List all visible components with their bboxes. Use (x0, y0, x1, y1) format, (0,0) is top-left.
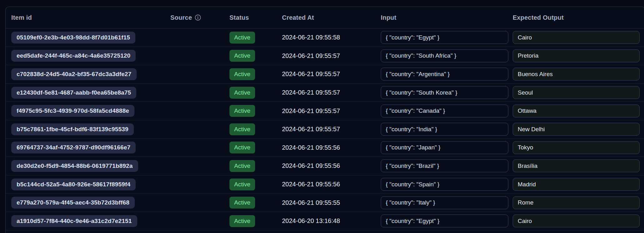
expected-output-box[interactable]: Ottawa (513, 105, 640, 117)
expected-output-box[interactable]: Buenos Aires (513, 68, 640, 80)
status-cell: Active (229, 32, 282, 44)
column-header-label: Expected Output (513, 14, 564, 21)
created-at-cell: 2024-06-20 13:16:48 (282, 217, 381, 225)
created-at-cell: 2024-06-21 09:55:57 (282, 126, 381, 133)
item-id-badge[interactable]: c702838d-24d5-40a2-bf35-67dc3a3dfe27 (11, 68, 137, 80)
table-row[interactable]: e12430df-5e81-4687-aabb-f0ea65be8a75Acti… (6, 84, 644, 102)
created-at-value: 2024-06-21 09:55:58 (282, 34, 340, 41)
created-at-cell: 2024-06-21 09:55:58 (282, 34, 381, 41)
created-at-value: 2024-06-21 09:55:57 (282, 52, 340, 60)
column-header-label: Input (381, 14, 396, 21)
status-cell: Active (229, 50, 282, 62)
created-at-cell: 2024-06-21 09:55:57 (282, 52, 381, 60)
created-at-value: 2024-06-21 09:55:57 (282, 89, 340, 96)
input-cell: { "country": "India" } (381, 123, 513, 136)
input-cell: { "country": "Italy" } (381, 196, 513, 209)
expected-output-box[interactable]: Cairo (513, 215, 640, 227)
input-box[interactable]: { "country": "Italy" } (381, 196, 508, 209)
status-badge: Active (229, 142, 255, 153)
expected-output-box[interactable]: Madrid (513, 178, 640, 191)
table-row[interactable]: f4975c95-5fc3-4939-970d-58fa5cd4888eActi… (6, 102, 644, 120)
item-id-badge[interactable]: 69764737-34af-4752-9787-d90df96166e7 (11, 142, 136, 153)
item-id-cell: c702838d-24d5-40a2-bf35-67dc3a3dfe27 (11, 68, 170, 80)
status-cell: Active (229, 123, 282, 135)
status-cell: Active (229, 160, 282, 172)
input-box[interactable]: { "country": "Canada" } (381, 105, 508, 117)
created-at-value: 2024-06-20 13:16:48 (282, 217, 340, 225)
expected-output-box[interactable]: Brasília (513, 159, 640, 172)
created-at-cell: 2024-06-21 09:55:56 (282, 144, 381, 151)
expected-output-cell: Brasília (513, 159, 640, 172)
input-cell: { "country": "Canada" } (381, 105, 513, 117)
created-at-value: 2024-06-21 09:55:57 (282, 126, 340, 133)
item-id-badge[interactable]: de30d2e0-f5d9-4854-88b6-0619771b892a (11, 160, 138, 172)
input-cell: { "country": "Japan" } (381, 141, 513, 154)
table-row[interactable]: 05109ef0-2e3b-4e03-98dd-8f7d01b61f15Acti… (6, 28, 644, 47)
created-at-value: 2024-06-21 09:55:57 (282, 70, 340, 78)
input-cell: { "country": "South Korea" } (381, 86, 513, 99)
item-id-badge[interactable]: a1910d57-7f84-440c-9e46-a31c2d7e2151 (11, 215, 137, 227)
item-id-badge[interactable]: f4975c95-5fc3-4939-970d-58fa5cd4888e (11, 105, 134, 117)
created-at-value: 2024-06-21 09:55:55 (282, 199, 340, 206)
table-row[interactable]: b5c144cd-52a5-4a80-926e-58617f8959f4Acti… (6, 175, 644, 194)
expected-output-box[interactable]: Cairo (513, 31, 640, 44)
item-id-cell: b5c144cd-52a5-4a80-926e-58617f8959f4 (11, 179, 170, 190)
input-box[interactable]: { "country": "Egypt" } (381, 31, 508, 44)
item-id-cell: a1910d57-7f84-440c-9e46-a31c2d7e2151 (11, 215, 170, 227)
expected-output-cell: Pretoria (513, 49, 640, 62)
table-row[interactable]: eed5dafe-244f-465c-a84c-4a6e35725120Acti… (6, 47, 644, 65)
expected-output-box[interactable]: Tokyo (513, 141, 640, 154)
expected-output-box[interactable]: New Delhi (513, 123, 640, 136)
status-badge: Active (229, 32, 255, 44)
item-id-badge[interactable]: e779a270-579a-4f45-aec4-35b72d3bff68 (11, 197, 135, 209)
status-badge: Active (229, 197, 255, 209)
item-id-cell: 69764737-34af-4752-9787-d90df96166e7 (11, 142, 170, 153)
input-cell: { "country": "Egypt" } (381, 215, 513, 227)
expected-output-box[interactable]: Seoul (513, 86, 640, 99)
item-id-badge[interactable]: b75c7861-1fbe-45cf-bdf6-83f139c95539 (11, 123, 134, 135)
input-box[interactable]: { "country": "South Korea" } (381, 86, 508, 99)
status-cell: Active (229, 87, 282, 99)
table-row[interactable]: 69764737-34af-4752-9787-d90df96166e7Acti… (6, 139, 644, 157)
status-badge: Active (229, 105, 255, 117)
info-icon[interactable] (195, 14, 201, 21)
item-id-cell: b75c7861-1fbe-45cf-bdf6-83f139c95539 (11, 123, 170, 135)
status-badge: Active (229, 50, 255, 62)
item-id-badge[interactable]: eed5dafe-244f-465c-a84c-4a6e35725120 (11, 50, 136, 62)
input-box[interactable]: { "country": "South Africa" } (381, 49, 508, 62)
table-row[interactable]: e779a270-579a-4f45-aec4-35b72d3bff68Acti… (6, 194, 644, 212)
status-badge: Active (229, 179, 255, 190)
item-id-badge[interactable]: b5c144cd-52a5-4a80-926e-58617f8959f4 (11, 179, 136, 190)
input-box[interactable]: { "country": "Egypt" } (381, 215, 508, 227)
item-id-cell: eed5dafe-244f-465c-a84c-4a6e35725120 (11, 50, 170, 62)
expected-output-cell: Madrid (513, 178, 640, 191)
item-id-badge[interactable]: e12430df-5e81-4687-aabb-f0ea65be8a75 (11, 87, 136, 99)
input-box[interactable]: { "country": "Brazil" } (381, 159, 508, 172)
table-row[interactable]: a1910d57-7f84-440c-9e46-a31c2d7e2151Acti… (6, 212, 644, 230)
expected-output-cell: Cairo (513, 31, 640, 44)
input-box[interactable]: { "country": "Japan" } (381, 141, 508, 154)
status-cell: Active (229, 179, 282, 190)
expected-output-cell: New Delhi (513, 123, 640, 136)
expected-output-box[interactable]: Pretoria (513, 49, 640, 62)
item-id-cell: e12430df-5e81-4687-aabb-f0ea65be8a75 (11, 87, 170, 99)
item-id-badge[interactable]: 05109ef0-2e3b-4e03-98dd-8f7d01b61f15 (11, 32, 135, 44)
input-box[interactable]: { "country": "India" } (381, 123, 508, 136)
status-cell: Active (229, 68, 282, 80)
created-at-cell: 2024-06-21 09:55:57 (282, 89, 381, 96)
table-row[interactable]: b75c7861-1fbe-45cf-bdf6-83f139c95539Acti… (6, 120, 644, 139)
input-box[interactable]: { "country": "Argentina" } (381, 68, 508, 80)
table-header: Item idSourceStatusCreated AtInputExpect… (6, 7, 644, 28)
dataset-items-table: Item idSourceStatusCreated AtInputExpect… (5, 7, 644, 233)
column-header-label: Item id (11, 14, 32, 21)
input-cell: { "country": "Argentina" } (381, 68, 513, 80)
status-badge: Active (229, 87, 255, 99)
input-box[interactable]: { "country": "Spain" } (381, 178, 508, 191)
table-row[interactable]: de30d2e0-f5d9-4854-88b6-0619771b892aActi… (6, 157, 644, 175)
status-cell: Active (229, 105, 282, 117)
expected-output-cell: Tokyo (513, 141, 640, 154)
expected-output-box[interactable]: Rome (513, 196, 640, 209)
item-id-cell: de30d2e0-f5d9-4854-88b6-0619771b892a (11, 160, 170, 172)
table-row[interactable]: c702838d-24d5-40a2-bf35-67dc3a3dfe27Acti… (6, 65, 644, 84)
expected-output-cell: Rome (513, 196, 640, 209)
